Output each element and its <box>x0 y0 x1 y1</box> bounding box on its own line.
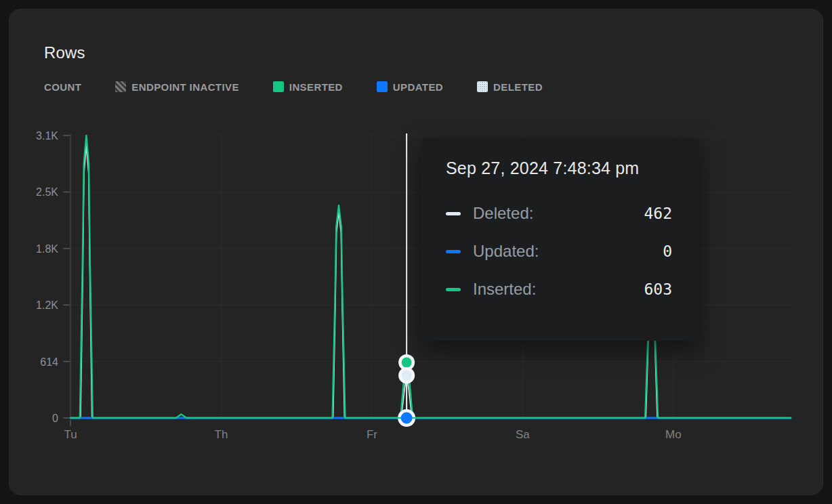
deleted-dash-icon <box>446 212 461 215</box>
y-tick-label: 1.2K <box>36 299 58 311</box>
x-tick-label: Th <box>215 428 228 441</box>
y-tick-label: 0 <box>52 413 58 424</box>
tooltip-row-value: 0 <box>663 243 672 260</box>
tooltip-row-label: Inserted: <box>473 280 644 299</box>
y-tick-label: 614 <box>40 356 58 368</box>
x-tick-label: Sa <box>516 428 530 441</box>
rows-time-series-chart[interactable]: 06141.2K1.8K2.5K3.1KTuThFrSaMo <box>0 0 832 504</box>
tooltip-row-label: Deleted: <box>473 204 644 223</box>
x-tick-label: Tu <box>64 428 77 441</box>
inserted-dash-icon <box>446 288 461 291</box>
tooltip-row-deleted: Deleted: 462 <box>446 204 672 223</box>
tooltip-row-updated: Updated: 0 <box>446 242 672 261</box>
updated-dash-icon <box>446 250 461 253</box>
x-tick-label: Mo <box>665 428 682 441</box>
hover-dot-inserted <box>402 358 412 368</box>
tooltip-timestamp: Sep 27, 2024 7:48:34 pm <box>446 159 672 178</box>
tooltip-row-value: 462 <box>644 205 672 222</box>
hover-dot-deleted <box>402 371 412 381</box>
dashboard-page: Rows COUNT ENDPOINT INACTIVE INSERTED UP… <box>0 0 832 504</box>
y-tick-label: 3.1K <box>36 130 58 142</box>
chart-tooltip: Sep 27, 2024 7:48:34 pm Deleted: 462 Upd… <box>421 138 699 341</box>
hover-dot-updated <box>401 413 413 424</box>
tooltip-row-label: Updated: <box>473 242 663 261</box>
tooltip-row-value: 603 <box>644 280 672 298</box>
x-tick-label: Fr <box>367 428 377 441</box>
tooltip-row-inserted: Inserted: 603 <box>446 280 672 299</box>
y-tick-label: 1.8K <box>36 243 58 255</box>
y-tick-label: 2.5K <box>36 186 58 198</box>
